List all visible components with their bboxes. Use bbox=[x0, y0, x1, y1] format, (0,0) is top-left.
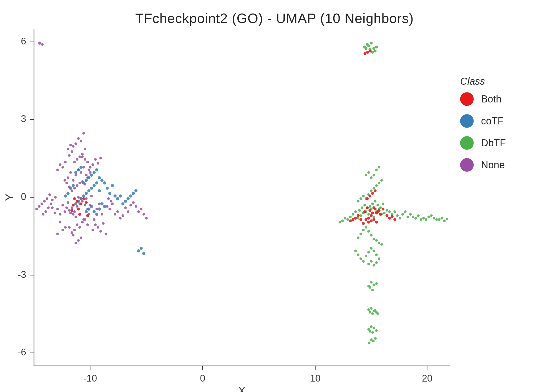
svg-point-217 bbox=[396, 214, 399, 217]
svg-point-52 bbox=[73, 161, 76, 163]
svg-point-0 bbox=[76, 205, 78, 208]
svg-point-75 bbox=[42, 213, 44, 216]
x-axis-label: X bbox=[238, 385, 245, 392]
svg-point-47 bbox=[65, 182, 68, 184]
svg-point-56 bbox=[68, 154, 71, 157]
svg-point-22 bbox=[93, 218, 95, 221]
svg-point-150 bbox=[103, 181, 106, 185]
svg-point-347 bbox=[366, 51, 369, 54]
svg-point-171 bbox=[124, 200, 127, 203]
svg-point-115 bbox=[86, 161, 89, 163]
svg-point-62 bbox=[67, 148, 69, 150]
svg-point-178 bbox=[142, 252, 145, 255]
svg-point-290 bbox=[373, 47, 375, 50]
svg-point-125 bbox=[140, 208, 142, 210]
svg-point-109 bbox=[129, 204, 132, 206]
svg-point-91 bbox=[56, 233, 59, 235]
svg-point-117 bbox=[81, 155, 84, 158]
svg-point-256 bbox=[375, 253, 378, 256]
svg-point-146 bbox=[79, 166, 83, 169]
legend-dot-coTF bbox=[460, 114, 474, 128]
svg-point-176 bbox=[137, 249, 140, 252]
svg-point-38 bbox=[72, 179, 75, 182]
svg-point-264 bbox=[357, 253, 359, 256]
svg-point-151 bbox=[74, 171, 77, 174]
legend-dot-None bbox=[460, 158, 474, 172]
svg-point-82 bbox=[68, 226, 71, 229]
none-points bbox=[35, 42, 148, 244]
svg-point-186 bbox=[72, 204, 75, 207]
svg-point-343 bbox=[369, 195, 371, 198]
svg-point-86 bbox=[77, 239, 80, 242]
svg-point-57 bbox=[72, 145, 75, 148]
svg-point-124 bbox=[137, 210, 140, 213]
svg-point-28 bbox=[101, 213, 103, 216]
svg-point-153 bbox=[72, 184, 75, 187]
svg-point-126 bbox=[142, 213, 145, 216]
svg-point-302 bbox=[373, 327, 375, 329]
svg-point-247 bbox=[362, 229, 365, 231]
svg-point-280 bbox=[430, 214, 433, 217]
svg-point-101 bbox=[94, 223, 97, 226]
svg-point-216 bbox=[393, 210, 396, 213]
svg-point-51 bbox=[78, 155, 81, 158]
svg-point-15 bbox=[85, 197, 88, 200]
svg-point-260 bbox=[367, 263, 370, 265]
svg-point-241 bbox=[365, 174, 367, 176]
svg-point-39 bbox=[80, 171, 82, 174]
svg-point-133 bbox=[90, 187, 93, 190]
svg-point-159 bbox=[64, 194, 67, 198]
svg-point-55 bbox=[84, 148, 86, 150]
svg-point-252 bbox=[380, 243, 383, 246]
svg-point-143 bbox=[93, 171, 96, 174]
svg-point-21 bbox=[61, 204, 64, 206]
x-tick-label: 20 bbox=[422, 373, 432, 384]
svg-point-175 bbox=[134, 189, 138, 192]
svg-point-11 bbox=[75, 216, 77, 218]
svg-point-70 bbox=[38, 205, 41, 208]
svg-point-326 bbox=[378, 209, 381, 212]
svg-point-329 bbox=[365, 218, 368, 221]
svg-point-249 bbox=[359, 233, 362, 235]
y-tick-label: -6 bbox=[18, 347, 26, 358]
svg-point-245 bbox=[370, 234, 373, 237]
legend-dot-both bbox=[460, 92, 474, 106]
svg-point-262 bbox=[375, 261, 378, 264]
svg-point-107 bbox=[124, 206, 127, 209]
svg-point-129 bbox=[41, 43, 44, 46]
svg-point-24 bbox=[95, 208, 98, 210]
svg-point-308 bbox=[441, 217, 443, 220]
svg-point-164 bbox=[98, 207, 101, 211]
svg-point-157 bbox=[66, 192, 70, 195]
svg-point-120 bbox=[59, 163, 61, 166]
svg-point-64 bbox=[54, 196, 57, 199]
y-axis-label: Y bbox=[3, 194, 15, 201]
svg-point-231 bbox=[362, 195, 365, 197]
svg-point-345 bbox=[374, 189, 377, 192]
svg-point-250 bbox=[378, 242, 380, 244]
svg-point-285 bbox=[370, 42, 373, 45]
svg-point-213 bbox=[379, 206, 382, 209]
svg-point-238 bbox=[373, 174, 375, 176]
svg-point-332 bbox=[367, 221, 370, 224]
svg-point-108 bbox=[127, 210, 129, 213]
svg-point-221 bbox=[407, 216, 409, 218]
svg-point-50 bbox=[76, 158, 78, 161]
svg-point-324 bbox=[373, 206, 375, 209]
svg-point-135 bbox=[93, 184, 96, 187]
svg-point-239 bbox=[367, 171, 370, 174]
svg-point-48 bbox=[89, 171, 92, 174]
svg-point-255 bbox=[367, 251, 370, 253]
svg-point-190 bbox=[367, 213, 370, 216]
svg-point-102 bbox=[97, 226, 99, 229]
svg-point-233 bbox=[359, 197, 362, 200]
svg-point-183 bbox=[73, 197, 76, 200]
svg-point-306 bbox=[371, 331, 374, 334]
svg-point-272 bbox=[371, 289, 374, 291]
svg-point-158 bbox=[113, 194, 117, 198]
svg-point-84 bbox=[72, 234, 75, 237]
svg-point-90 bbox=[59, 221, 61, 223]
legend-label-DbTF: DbTF bbox=[481, 137, 506, 149]
svg-point-336 bbox=[352, 218, 354, 221]
DbTF-points bbox=[339, 42, 448, 344]
